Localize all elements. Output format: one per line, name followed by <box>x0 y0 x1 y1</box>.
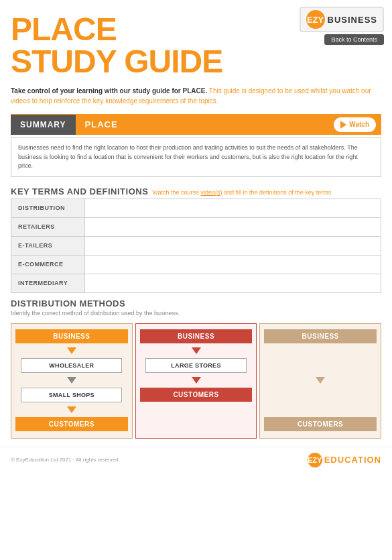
term-etailers-value[interactable] <box>85 236 381 255</box>
footer-ezy-badge: EZY <box>308 453 322 467</box>
dist-col-3: BUSINESS CUSTOMERS <box>259 323 381 439</box>
back-to-contents-button[interactable]: Back to Contents <box>324 34 384 45</box>
term-retailers: RETAILERS <box>11 217 85 236</box>
term-retailers-value[interactable] <box>85 217 381 236</box>
summary-bar: SUMMARY PLACE Watch <box>11 114 381 135</box>
dist-col2-business: BUSINESS <box>140 329 253 343</box>
intro-bold: Take control of your learning with our s… <box>11 87 207 95</box>
dist-col2-large-stores: LARGE STORES <box>145 358 247 373</box>
distribution-methods-title: DISTRIBUTION METHODS <box>11 298 381 309</box>
play-icon <box>340 121 346 129</box>
dist-col-1: BUSINESS WHOLESALER SMALL SHOPS CUSTOMER… <box>11 323 133 439</box>
watch-label: Watch <box>349 121 369 128</box>
arrow-down-icon <box>192 347 201 354</box>
logo-business: BUSINESS <box>328 15 377 25</box>
footer-logo: EZY EDUCATION <box>308 453 381 467</box>
summary-text: Businesses need to find the right locati… <box>18 144 358 169</box>
dist-col1-small-shops: SMALL SHOPS <box>21 388 122 402</box>
term-ecommerce: E-COMMERCE <box>11 255 85 274</box>
dist-col3-customers: CUSTOMERS <box>264 417 377 431</box>
arrow-down-icon <box>67 406 76 413</box>
table-row: DISTRIBUTION <box>11 199 381 217</box>
dist-col2-customers: CUSTOMERS <box>140 388 253 402</box>
table-row: E-TAILERS <box>11 236 381 255</box>
key-terms-table: DISTRIBUTION RETAILERS E-TAILERS E-COMME… <box>11 199 381 293</box>
footer: © EzyEducation Ltd 2021 · All rights res… <box>0 447 392 473</box>
arrow-down-icon <box>316 377 325 384</box>
summary-label: SUMMARY <box>11 115 76 135</box>
key-terms-heading: KEY TERMS AND DEFINITIONS Watch the cour… <box>0 181 392 199</box>
video-link: video(s) <box>201 189 222 196</box>
term-ecommerce-value[interactable] <box>85 255 381 274</box>
watch-button[interactable]: Watch <box>334 117 376 132</box>
dist-col1-business: BUSINESS <box>15 329 128 343</box>
distribution-methods-subtitle: Identify the correct method of distribut… <box>11 310 381 317</box>
logo-ezy: EZY <box>306 10 325 29</box>
table-row: INTERMEDIARY <box>11 274 381 292</box>
logo-badge: EZY BUSINESS <box>300 7 384 32</box>
arrow-down-icon <box>67 377 76 384</box>
dist-col-2: BUSINESS LARGE STORES CUSTOMERS <box>135 323 257 439</box>
key-terms-subheading: Watch the course video(s) and fill in th… <box>152 189 332 196</box>
term-intermediary: INTERMEDIARY <box>11 274 85 292</box>
page: EZY BUSINESS Back to Contents PLACE STUD… <box>0 0 392 560</box>
title-study-guide: STUDY GUIDE <box>11 46 381 78</box>
dist-col3-business: BUSINESS <box>264 329 377 343</box>
distribution-diagram: BUSINESS WHOLESALER SMALL SHOPS CUSTOMER… <box>11 323 381 439</box>
arrow-down-icon <box>192 377 201 384</box>
place-label: PLACE <box>76 114 334 135</box>
header: EZY BUSINESS Back to Contents PLACE STUD… <box>0 0 392 80</box>
table-row: RETAILERS <box>11 217 381 236</box>
term-intermediary-value[interactable] <box>85 274 381 292</box>
distribution-methods-section: DISTRIBUTION METHODS Identify the correc… <box>0 293 392 323</box>
footer-education-label: EDUCATION <box>324 455 381 465</box>
summary-box: Businesses need to find the right locati… <box>11 137 381 177</box>
table-row: E-COMMERCE <box>11 255 381 274</box>
term-distribution-value[interactable] <box>85 199 381 217</box>
dist-col1-wholesaler: WHOLESALER <box>21 358 122 373</box>
term-distribution: DISTRIBUTION <box>11 199 85 217</box>
dist-col1-customers: CUSTOMERS <box>15 417 128 431</box>
footer-copyright: © EzyEducation Ltd 2021 · All rights res… <box>11 457 120 463</box>
intro-text: Take control of your learning with our s… <box>0 80 392 111</box>
arrow-down-icon <box>67 347 76 354</box>
key-terms-title: KEY TERMS AND DEFINITIONS <box>11 186 148 197</box>
logo-area: EZY BUSINESS Back to Contents <box>300 7 384 45</box>
term-etailers: E-TAILERS <box>11 236 85 255</box>
